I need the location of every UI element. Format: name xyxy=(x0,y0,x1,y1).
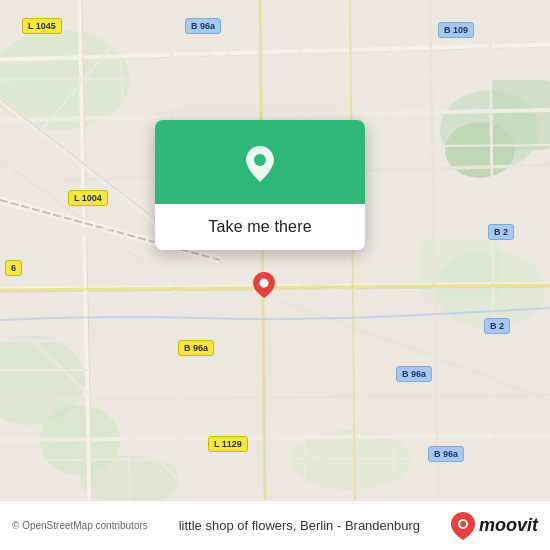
map-container[interactable]: L 1045 B 96a B 109 L 1004 6 B 96a B 2 B … xyxy=(0,0,550,500)
road-badge-B96a-mid: B 96a xyxy=(178,340,214,356)
road-badge-L1129: L 1129 xyxy=(208,436,248,452)
copyright-text: © OpenStreetMap contributors xyxy=(12,520,148,531)
popup-green-section xyxy=(155,120,365,204)
app: L 1045 B 96a B 109 L 1004 6 B 96a B 2 B … xyxy=(0,0,550,550)
moovit-logo: moovit xyxy=(451,512,538,540)
svg-rect-8 xyxy=(420,240,500,300)
svg-point-55 xyxy=(260,279,269,288)
road-badge-B2-top: B 2 xyxy=(488,224,514,240)
bottom-left-info: © OpenStreetMap contributors xyxy=(12,520,148,531)
road-badge-B96a-right2: B 96a xyxy=(428,446,464,462)
svg-point-54 xyxy=(254,154,266,166)
moovit-pin-icon xyxy=(451,512,475,540)
moovit-brand-text: moovit xyxy=(479,515,538,536)
svg-point-57 xyxy=(460,521,466,527)
popup-card: Take me there xyxy=(155,120,365,250)
road-badge-L1045: L 1045 xyxy=(22,18,62,34)
road-badge-L1004: L 1004 xyxy=(68,190,108,206)
road-badge-6: 6 xyxy=(5,260,22,276)
svg-rect-3 xyxy=(490,80,550,150)
road-badge-B2-mid: B 2 xyxy=(484,318,510,334)
road-badge-B96a-top: B 96a xyxy=(185,18,221,34)
map-svg xyxy=(0,0,550,500)
road-badge-B109: B 109 xyxy=(438,22,474,38)
take-me-there-button[interactable]: Take me there xyxy=(208,218,311,236)
map-marker xyxy=(253,272,275,298)
road-badge-B96a-right1: B 96a xyxy=(396,366,432,382)
location-info: little shop of flowers, Berlin - Branden… xyxy=(179,518,420,533)
location-pin-icon xyxy=(238,142,282,186)
bottom-bar: © OpenStreetMap contributors little shop… xyxy=(0,500,550,550)
popup-button-section[interactable]: Take me there xyxy=(155,204,365,250)
